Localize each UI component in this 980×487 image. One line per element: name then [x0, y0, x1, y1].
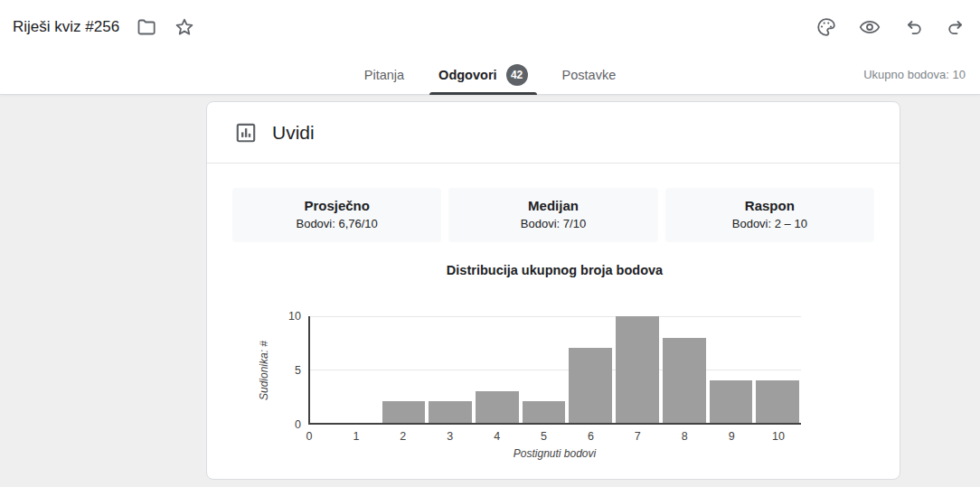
- insights-card: Uvidi Prosječno Bodovi: 6,76/10 Medijan …: [206, 101, 900, 480]
- x-tick-label: 6: [588, 430, 594, 443]
- x-tick-label: 10: [772, 430, 785, 443]
- bar-score-6: [569, 348, 612, 423]
- folder-icon[interactable]: [136, 16, 157, 38]
- gridline: [310, 316, 801, 317]
- star-icon[interactable]: [174, 16, 195, 38]
- insights-chart-icon: [234, 121, 258, 145]
- y-tick-label: 5: [295, 364, 301, 377]
- stat-average: Prosječno Bodovi: 6,76/10: [232, 188, 441, 242]
- stat-title: Prosječno: [232, 198, 441, 213]
- x-tick-labels: 012345678910: [309, 430, 802, 445]
- x-tick-label: 2: [400, 430, 406, 443]
- tab-label: Odgovori: [438, 68, 496, 82]
- preview-eye-icon[interactable]: [859, 16, 881, 38]
- histogram-plot: [308, 316, 801, 425]
- tab-label: Postavke: [562, 68, 617, 82]
- insights-title: Uvidi: [272, 122, 315, 144]
- x-tick-label: 0: [306, 430, 313, 443]
- redo-icon[interactable]: [946, 16, 967, 38]
- stat-value: Bodovi: 2 – 10: [665, 217, 874, 230]
- stat-median: Medijan Bodovi: 7/10: [448, 188, 657, 242]
- tab-postavke[interactable]: Postavke: [550, 54, 629, 95]
- stat-value: Bodovi: 7/10: [448, 217, 657, 230]
- bar-score-3: [429, 401, 472, 423]
- chart-title: Distribucija ukupnog broja bodova: [308, 263, 801, 277]
- tab-bar: Pitanja Odgovori 42 Postavke Ukupno bodo…: [0, 54, 980, 95]
- palette-icon[interactable]: [815, 16, 837, 38]
- stat-title: Medijan: [448, 198, 657, 213]
- x-tick-label: 7: [635, 430, 641, 443]
- x-axis-label: Postignuti bodovi: [308, 447, 801, 460]
- response-count-badge: 42: [506, 64, 528, 86]
- stat-title: Raspon: [665, 198, 874, 213]
- total-points-label: Ukupno bodova: 10: [863, 54, 966, 95]
- y-tick-labels: 0510: [207, 316, 301, 425]
- bar-score-7: [616, 316, 659, 423]
- x-tick-label: 5: [541, 430, 547, 443]
- tab-label: Pitanja: [364, 68, 404, 82]
- undo-icon[interactable]: [902, 16, 924, 38]
- stat-value: Bodovi: 6,76/10: [232, 217, 441, 230]
- bar-score-9: [710, 380, 753, 423]
- x-tick-label: 3: [447, 430, 453, 443]
- insights-card-header: Uvidi: [207, 102, 900, 164]
- y-tick-label: 10: [288, 310, 301, 323]
- x-tick-label: 4: [494, 430, 500, 443]
- bar-score-4: [476, 391, 519, 423]
- score-distribution-chart: Distribucija ukupnog broja bodova Sudion…: [207, 255, 900, 480]
- bar-score-2: [382, 401, 426, 423]
- x-tick-label: 8: [682, 430, 688, 443]
- gridline: [310, 370, 801, 370]
- x-tick-label: 1: [353, 430, 359, 443]
- tab-pitanja[interactable]: Pitanja: [352, 54, 417, 95]
- bar-score-8: [663, 338, 706, 423]
- summary-stats: Prosječno Bodovi: 6,76/10 Medijan Bodovi…: [207, 188, 900, 242]
- bar-score-10: [756, 380, 799, 423]
- bar-score-5: [523, 401, 566, 423]
- y-tick-label: 0: [295, 418, 301, 431]
- tab-odgovori[interactable]: Odgovori 42: [426, 54, 540, 95]
- form-title[interactable]: Riješi kviz #256: [13, 18, 119, 36]
- stat-range: Raspon Bodovi: 2 – 10: [665, 188, 874, 242]
- top-app-bar: Riješi kviz #256: [0, 0, 980, 54]
- x-tick-label: 9: [729, 430, 735, 443]
